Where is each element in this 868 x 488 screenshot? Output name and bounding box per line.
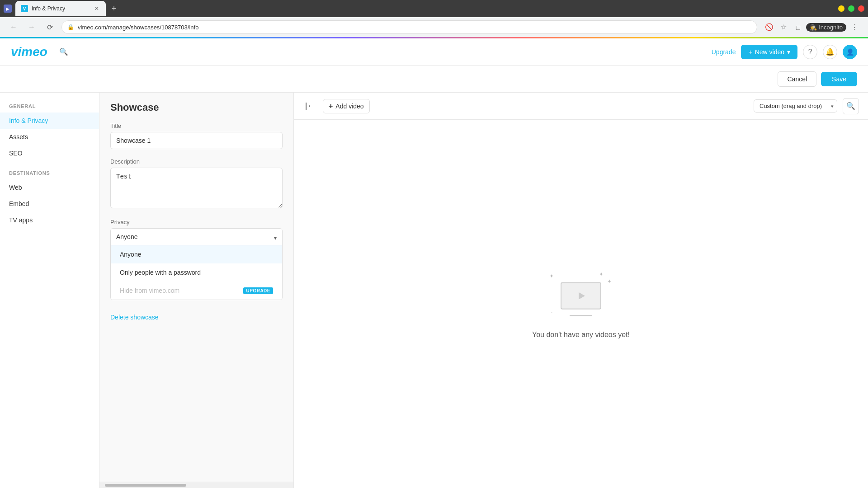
sparkle-icon: · [551,309,552,315]
search-button[interactable]: 🔍 [57,45,71,59]
sidebar-item-label-tv-apps: TV apps [9,216,33,224]
forward-nav-button[interactable]: → [25,21,38,33]
delete-showcase-link[interactable]: Delete showcase [110,314,159,321]
active-tab[interactable]: V Info & Privacy ✕ [15,1,106,16]
help-button[interactable]: ? [803,45,817,59]
privacy-dropdown-header[interactable]: Anyone ▾ [111,229,282,245]
vimeo-logo: vimeo [11,45,47,59]
url-text: vimeo.com/manage/showcases/10878703/info [78,24,751,31]
sidebar-item-info-privacy[interactable]: Info & Privacy [0,113,99,129]
destinations-section-label: DESTINATIONS [0,167,99,179]
sparkle-icon: ✦ [549,273,554,279]
close-button[interactable]: ✕ [858,5,864,12]
sidebar-item-seo[interactable]: SEO [0,145,99,161]
browser-menu-button[interactable]: ⋮ [848,21,861,33]
new-video-button[interactable]: + New video ▾ [741,45,797,59]
privacy-options-list: Anyone Only people with a password Hide … [111,245,282,300]
center-panel: Showcase Title Description Test Privacy [99,93,294,488]
sort-wrapper: Custom (drag and drop) Most recent Oldes… [754,99,837,113]
description-textarea[interactable]: Test [110,168,283,208]
plus-icon: + [329,102,333,110]
search-videos-button[interactable]: 🔍 [843,98,859,114]
sort-dropdown[interactable]: Custom (drag and drop) Most recent Oldes… [754,99,837,113]
sidebar-item-label-web: Web [9,184,22,191]
sidebar-item-label-info-privacy: Info & Privacy [9,117,48,124]
add-video-label: Add video [335,103,363,110]
sidebar: GENERAL Info & Privacy Assets SEO DESTIN… [0,93,99,488]
tab-title: Info & Privacy [32,5,90,12]
cancel-button[interactable]: Cancel [778,71,816,87]
privacy-option-anyone-label: Anyone [120,251,141,258]
empty-state: ✦ ✦ ✦ · You don't have any videos yet! [294,120,868,488]
sub-header: Cancel Save [0,66,868,93]
sidebar-item-tv-apps[interactable]: TV apps [0,212,99,228]
description-label: Description [110,158,283,165]
right-panel: |← + Add video Custom (drag and drop) Mo… [294,93,868,488]
incognito-icon: 🕵 [810,24,817,31]
lock-icon: 🔒 [67,24,74,30]
avatar-button[interactable]: 👤 [843,45,857,59]
privacy-label: Privacy [110,219,283,225]
right-toolbar: |← + Add video Custom (drag and drop) Mo… [294,93,868,120]
save-button[interactable]: Save [821,72,857,86]
upgrade-badge: UPGRADE [243,287,273,294]
sparkle-icon: ✦ [599,271,604,277]
address-bar[interactable]: 🔒 vimeo.com/manage/showcases/10878703/in… [61,20,757,34]
incognito-badge: 🕵 Incognito [806,23,846,32]
general-section-label: GENERAL [0,100,99,113]
upgrade-link[interactable]: Upgrade [712,48,736,56]
incognito-label: Incognito [819,24,843,31]
chevron-down-icon: ▾ [787,48,790,56]
favicon-letter: V [23,6,26,11]
privacy-option-password-label: Only people with a password [120,269,201,276]
privacy-selected-value: Anyone [116,233,137,240]
sidebar-item-web[interactable]: Web [0,179,99,196]
sidebar-item-label-embed: Embed [9,200,29,207]
horizontal-scrollbar[interactable] [99,482,293,488]
privacy-dropdown[interactable]: Anyone ▾ Anyone Only people with a passw… [110,228,283,300]
eye-off-icon: 🚫 [763,21,775,33]
chevron-down-icon: ▾ [274,235,277,241]
screen-line [570,315,592,316]
privacy-option-hide-label: Hide from vimeo.com [120,287,179,294]
sidebar-item-label-seo: SEO [9,150,23,157]
tab-close-button[interactable]: ✕ [93,5,100,12]
header-right: Upgrade + New video ▾ ? 🔔 👤 [712,45,857,59]
sidebar-item-embed[interactable]: Embed [0,196,99,212]
back-to-showcase-button[interactable]: |← [303,99,317,113]
notifications-button[interactable]: 🔔 [823,45,837,59]
sidebar-item-label-assets: Assets [9,133,28,141]
privacy-option-password[interactable]: Only people with a password [111,263,282,282]
title-label: Title [110,122,283,129]
bookmark-icon[interactable]: ☆ [777,21,790,33]
new-tab-button[interactable]: + [108,2,120,15]
empty-message: You don't have any videos yet! [532,331,630,339]
sidebar-item-assets[interactable]: Assets [0,129,99,145]
back-nav-button[interactable]: ← [7,21,20,33]
title-input[interactable] [110,132,283,149]
app-header: vimeo 🔍 Upgrade + New video ▾ ? 🔔 👤 [0,38,868,66]
add-video-button[interactable]: + Add video [323,99,370,113]
tab-group-indicator: ▶ [4,5,12,13]
maximize-button[interactable]: □ [848,5,854,12]
new-video-label: New video [755,48,784,56]
reload-button[interactable]: ⟳ [43,21,56,33]
scrollbar-thumb [105,484,186,487]
showcase-heading: Showcase [110,102,283,113]
plus-icon: + [748,48,752,56]
play-icon [579,292,585,299]
minimize-button[interactable]: − [838,5,844,12]
sparkle-icon: ✦ [607,278,612,285]
empty-illustration: ✦ ✦ ✦ · [545,269,617,324]
tab-favicon: V [21,5,28,12]
browser-profile-icon[interactable]: □ [792,21,804,33]
privacy-option-hide: Hide from vimeo.com UPGRADE [111,282,282,300]
empty-screen [561,282,601,309]
privacy-option-anyone[interactable]: Anyone [111,245,282,263]
